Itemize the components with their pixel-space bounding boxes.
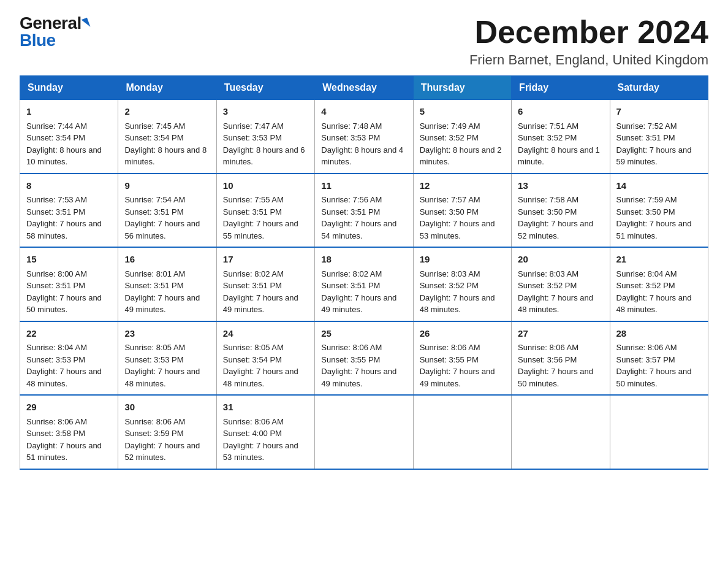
- day-sunset: Sunset: 3:51 PM: [321, 281, 380, 290]
- day-number: 20: [518, 253, 603, 267]
- day-number: 15: [26, 253, 112, 267]
- day-sunset: Sunset: 3:53 PM: [321, 133, 380, 142]
- day-sunset: Sunset: 3:51 PM: [223, 207, 282, 216]
- day-sunrise: Sunrise: 7:53 AM: [26, 195, 87, 204]
- table-row: 6 Sunrise: 7:51 AM Sunset: 3:52 PM Dayli…: [512, 100, 610, 174]
- day-daylight: Daylight: 7 hours and 50 minutes.: [26, 293, 102, 315]
- day-sunrise: Sunrise: 7:54 AM: [124, 195, 185, 204]
- table-row: 8 Sunrise: 7:53 AM Sunset: 3:51 PM Dayli…: [20, 174, 118, 248]
- day-sunset: Sunset: 3:51 PM: [26, 207, 85, 216]
- day-sunrise: Sunrise: 8:04 AM: [26, 343, 87, 352]
- table-row: 29 Sunrise: 8:06 AM Sunset: 3:58 PM Dayl…: [20, 395, 118, 469]
- day-sunset: Sunset: 3:59 PM: [124, 429, 183, 438]
- day-number: 9: [124, 179, 210, 193]
- day-sunset: Sunset: 3:50 PM: [616, 207, 675, 216]
- table-row: 10 Sunrise: 7:55 AM Sunset: 3:51 PM Dayl…: [216, 174, 314, 248]
- table-row: 4 Sunrise: 7:48 AM Sunset: 3:53 PM Dayli…: [315, 100, 413, 174]
- col-friday: Friday: [512, 76, 610, 100]
- table-row: 9 Sunrise: 7:54 AM Sunset: 3:51 PM Dayli…: [118, 174, 216, 248]
- day-sunrise: Sunrise: 7:44 AM: [26, 121, 87, 131]
- day-number: 1: [26, 105, 112, 119]
- day-sunset: Sunset: 3:51 PM: [616, 133, 675, 142]
- day-number: 29: [26, 400, 112, 415]
- calendar-week-row: 8 Sunrise: 7:53 AM Sunset: 3:51 PM Dayli…: [20, 174, 708, 248]
- col-wednesday: Wednesday: [315, 76, 413, 100]
- day-number: 8: [26, 179, 112, 193]
- day-daylight: Daylight: 7 hours and 52 minutes.: [518, 219, 593, 240]
- day-sunrise: Sunrise: 8:06 AM: [321, 343, 382, 352]
- day-sunset: Sunset: 3:52 PM: [420, 133, 479, 142]
- day-sunrise: Sunrise: 8:02 AM: [223, 269, 284, 278]
- page-header: General Blue December 2024 Friern Barnet…: [20, 15, 708, 68]
- day-daylight: Daylight: 7 hours and 50 minutes.: [518, 367, 593, 388]
- day-number: 10: [223, 179, 308, 193]
- day-sunrise: Sunrise: 8:02 AM: [321, 269, 382, 278]
- logo-general-text: General: [20, 15, 82, 32]
- day-sunset: Sunset: 3:50 PM: [518, 207, 577, 216]
- day-sunrise: Sunrise: 8:06 AM: [223, 417, 284, 426]
- day-daylight: Daylight: 7 hours and 49 minutes.: [223, 293, 298, 315]
- day-daylight: Daylight: 8 hours and 2 minutes.: [420, 145, 502, 167]
- col-saturday: Saturday: [610, 76, 708, 100]
- table-row: 18 Sunrise: 8:02 AM Sunset: 3:51 PM Dayl…: [315, 247, 413, 321]
- day-sunset: Sunset: 3:55 PM: [420, 355, 479, 364]
- day-sunrise: Sunrise: 7:56 AM: [321, 195, 382, 204]
- day-number: 25: [321, 327, 406, 341]
- calendar-week-row: 15 Sunrise: 8:00 AM Sunset: 3:51 PM Dayl…: [20, 247, 708, 321]
- day-sunrise: Sunrise: 8:04 AM: [616, 269, 677, 278]
- day-sunset: Sunset: 3:53 PM: [26, 355, 85, 364]
- logo-blue-text: Blue: [20, 32, 56, 49]
- day-sunrise: Sunrise: 8:03 AM: [518, 269, 578, 278]
- day-sunset: Sunset: 3:51 PM: [223, 281, 282, 290]
- day-daylight: Daylight: 7 hours and 53 minutes.: [223, 441, 298, 462]
- day-sunrise: Sunrise: 8:03 AM: [420, 269, 480, 278]
- day-number: 12: [420, 179, 505, 193]
- table-row: 7 Sunrise: 7:52 AM Sunset: 3:51 PM Dayli…: [610, 100, 708, 174]
- day-sunset: Sunset: 3:51 PM: [26, 281, 85, 290]
- day-daylight: Daylight: 8 hours and 8 minutes.: [124, 145, 207, 167]
- day-daylight: Daylight: 7 hours and 51 minutes.: [26, 441, 102, 462]
- table-row: 28 Sunrise: 8:06 AM Sunset: 3:57 PM Dayl…: [610, 321, 708, 396]
- day-daylight: Daylight: 7 hours and 48 minutes.: [26, 367, 102, 388]
- day-sunset: Sunset: 3:52 PM: [616, 281, 675, 290]
- table-row: 25 Sunrise: 8:06 AM Sunset: 3:55 PM Dayl…: [315, 321, 413, 396]
- day-sunrise: Sunrise: 8:06 AM: [616, 343, 677, 352]
- day-number: 22: [26, 327, 112, 341]
- day-sunset: Sunset: 3:52 PM: [518, 133, 577, 142]
- day-daylight: Daylight: 8 hours and 1 minute.: [518, 145, 600, 167]
- day-number: 4: [321, 105, 406, 119]
- day-sunrise: Sunrise: 7:47 AM: [223, 121, 284, 131]
- table-row: 24 Sunrise: 8:05 AM Sunset: 3:54 PM Dayl…: [216, 321, 314, 396]
- day-daylight: Daylight: 7 hours and 56 minutes.: [124, 219, 200, 240]
- day-sunrise: Sunrise: 8:06 AM: [518, 343, 578, 352]
- calendar-header-row: Sunday Monday Tuesday Wednesday Thursday…: [20, 76, 708, 100]
- table-row: 11 Sunrise: 7:56 AM Sunset: 3:51 PM Dayl…: [315, 174, 413, 248]
- day-sunrise: Sunrise: 8:05 AM: [223, 343, 284, 352]
- table-row: 20 Sunrise: 8:03 AM Sunset: 3:52 PM Dayl…: [512, 247, 610, 321]
- day-sunset: Sunset: 3:53 PM: [223, 133, 282, 142]
- day-daylight: Daylight: 7 hours and 49 minutes.: [124, 293, 200, 315]
- day-daylight: Daylight: 7 hours and 58 minutes.: [26, 219, 102, 240]
- table-row: 14 Sunrise: 7:59 AM Sunset: 3:50 PM Dayl…: [610, 174, 708, 248]
- day-sunrise: Sunrise: 7:52 AM: [616, 121, 677, 131]
- day-number: 18: [321, 253, 406, 267]
- day-daylight: Daylight: 7 hours and 49 minutes.: [321, 367, 396, 388]
- col-tuesday: Tuesday: [216, 76, 314, 100]
- day-number: 23: [124, 327, 210, 341]
- logo-triangle-icon: [81, 18, 90, 29]
- day-sunrise: Sunrise: 7:48 AM: [321, 121, 382, 131]
- calendar-title: December 2024: [469, 15, 708, 50]
- col-monday: Monday: [118, 76, 216, 100]
- day-sunset: Sunset: 4:00 PM: [223, 429, 282, 438]
- day-daylight: Daylight: 7 hours and 52 minutes.: [124, 441, 200, 462]
- day-sunrise: Sunrise: 7:49 AM: [420, 121, 480, 131]
- table-row: [610, 395, 708, 469]
- day-sunset: Sunset: 3:54 PM: [223, 355, 282, 364]
- day-number: 5: [420, 105, 505, 119]
- table-row: [413, 395, 511, 469]
- day-daylight: Daylight: 7 hours and 55 minutes.: [223, 219, 298, 240]
- day-daylight: Daylight: 7 hours and 53 minutes.: [420, 219, 495, 240]
- table-row: 12 Sunrise: 7:57 AM Sunset: 3:50 PM Dayl…: [413, 174, 511, 248]
- table-row: 27 Sunrise: 8:06 AM Sunset: 3:56 PM Dayl…: [512, 321, 610, 396]
- day-daylight: Daylight: 7 hours and 48 minutes.: [124, 367, 200, 388]
